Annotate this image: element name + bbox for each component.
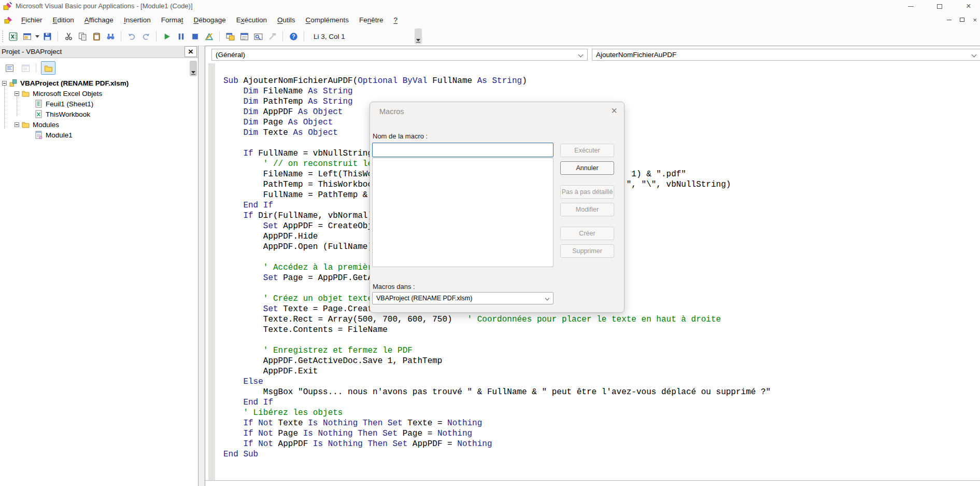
tree-item-vbaproject[interactable]: VBAProject (RENAME PDF.xlsm) bbox=[0, 78, 190, 88]
maximize-button[interactable] bbox=[928, 0, 951, 12]
object-combo[interactable]: (Général) bbox=[211, 49, 588, 61]
module-icon bbox=[34, 131, 43, 139]
menu-item-fenetre[interactable]: Fenêtre bbox=[354, 14, 389, 26]
macros-in-combo[interactable]: VBAProject (RENAME PDF.xlsm) bbox=[372, 292, 553, 304]
toolbar-separator bbox=[304, 31, 304, 41]
standard-toolbar: ?Li 3, Col 1 bbox=[0, 27, 980, 46]
toolbar-separator bbox=[58, 31, 58, 41]
toolbar-overflow-button[interactable] bbox=[415, 29, 422, 44]
code-line: Sub AjouterNomFichierAuPDF(Optional ByVa… bbox=[223, 76, 980, 86]
redo-button[interactable] bbox=[139, 30, 152, 43]
chevron-down-icon bbox=[578, 52, 584, 58]
redo-icon bbox=[141, 32, 150, 41]
toolbox-button[interactable] bbox=[266, 30, 278, 43]
pas-a-pas-detaille-button[interactable]: Pas à pas détaillé bbox=[560, 185, 614, 199]
creer-button[interactable]: Créer bbox=[560, 227, 614, 240]
menu-item-insertion[interactable]: Insertion bbox=[119, 14, 156, 26]
save-button[interactable] bbox=[41, 30, 53, 43]
supprimer-button[interactable]: Supprimer bbox=[560, 244, 614, 258]
tree-item-modules[interactable]: Modules bbox=[0, 119, 190, 130]
menu-item-edition[interactable]: Edition bbox=[48, 14, 79, 26]
menu-item-affichage[interactable]: Affichage bbox=[79, 14, 119, 26]
executer-button[interactable]: Exécuter bbox=[560, 144, 614, 157]
close-button[interactable]: × bbox=[957, 0, 980, 12]
tree-item-label: ThisWorkbook bbox=[46, 110, 90, 118]
macros-in-combo-value: VBAProject (RENAME PDF.xlsm) bbox=[376, 295, 472, 302]
project-panel-close-button[interactable]: × bbox=[184, 46, 197, 57]
chevron-down-icon[interactable] bbox=[35, 35, 39, 38]
paste-button[interactable] bbox=[90, 30, 103, 43]
tree-item-microsoft-excel-objets[interactable]: Microsoft Excel Objets bbox=[0, 88, 190, 99]
app-icon bbox=[3, 2, 12, 11]
annuler-button[interactable]: Annuler bbox=[560, 161, 614, 175]
toggle-folders-button[interactable] bbox=[41, 61, 55, 75]
tree-item-thisworkbook[interactable]: ThisWorkbook bbox=[0, 109, 190, 119]
view-excel-button[interactable] bbox=[7, 30, 19, 43]
collapse-box[interactable] bbox=[2, 81, 7, 86]
toolbar-separator bbox=[156, 31, 157, 41]
excel-icon bbox=[9, 32, 18, 41]
break-button[interactable] bbox=[175, 30, 187, 43]
project-panel-header[interactable]: Projet - VBAProject × bbox=[0, 46, 198, 58]
run-macro-button[interactable] bbox=[161, 30, 173, 43]
menu-item-debogage[interactable]: Débogage bbox=[188, 14, 231, 26]
code-line: ' Enregistrez et fermez le PDF bbox=[223, 345, 980, 356]
child-restore-icon[interactable] bbox=[960, 18, 964, 22]
window-title: Microsoft Visual Basic pour Applications… bbox=[16, 2, 193, 10]
menu-item-aide[interactable]: ? bbox=[388, 14, 403, 26]
chevron-down-icon bbox=[545, 296, 549, 300]
menu-item-format[interactable]: Format bbox=[156, 14, 189, 26]
macro-name-label: Nom de la macro : bbox=[373, 132, 428, 140]
tree-item-label: Module1 bbox=[46, 131, 73, 139]
stop-icon bbox=[191, 32, 200, 41]
code-window-bottom-border bbox=[205, 480, 980, 481]
margin-indicator-bar[interactable] bbox=[208, 63, 215, 480]
find-button[interactable] bbox=[104, 30, 117, 43]
insert-userform-button[interactable] bbox=[21, 30, 33, 43]
modifier-button[interactable]: Modifier bbox=[560, 203, 614, 216]
copy-button[interactable] bbox=[76, 30, 89, 43]
view-code-button[interactable] bbox=[4, 63, 15, 73]
menu-item-execution[interactable]: Exécution bbox=[231, 14, 272, 26]
cut-icon bbox=[64, 32, 73, 41]
child-window-controls: × bbox=[947, 12, 977, 27]
procedure-combo[interactable]: AjouterNomFichierAuPDF bbox=[592, 49, 980, 61]
help-button[interactable]: ? bbox=[287, 30, 300, 43]
macro-list[interactable] bbox=[372, 158, 553, 267]
collapse-box[interactable] bbox=[15, 122, 19, 127]
properties-window-button[interactable] bbox=[238, 30, 250, 43]
find-icon bbox=[106, 32, 115, 41]
folder-icon bbox=[21, 89, 30, 98]
menu-item-outils[interactable]: Outils bbox=[272, 14, 301, 26]
toolbar-grip[interactable] bbox=[2, 31, 4, 42]
objbrw-icon bbox=[254, 32, 263, 41]
macros-dialog-close-button[interactable]: × bbox=[611, 105, 617, 116]
form-icon bbox=[23, 32, 32, 41]
design-mode-button[interactable] bbox=[203, 30, 215, 43]
menu-item-complements[interactable]: Compléments bbox=[301, 14, 354, 26]
macro-name-input[interactable] bbox=[372, 143, 553, 157]
menu-item-fichier[interactable]: Fichier bbox=[16, 14, 48, 26]
chevron-down-icon bbox=[191, 71, 195, 74]
design-icon bbox=[205, 32, 214, 41]
child-close-icon[interactable]: × bbox=[973, 16, 977, 24]
collapse-box[interactable] bbox=[15, 91, 19, 96]
worksheet-icon bbox=[34, 100, 43, 108]
object-browser-button[interactable] bbox=[252, 30, 264, 43]
project-panel-scrollbar[interactable] bbox=[190, 61, 197, 76]
project-explorer-button[interactable] bbox=[224, 30, 236, 43]
cut-button[interactable] bbox=[62, 30, 75, 43]
toolbar-separator bbox=[282, 31, 283, 41]
project-explorer-panel: Projet - VBAProject × VBAProject (RENAME… bbox=[0, 46, 198, 486]
separator bbox=[36, 63, 36, 73]
reset-button[interactable] bbox=[189, 30, 201, 43]
child-minimize-icon[interactable] bbox=[947, 20, 951, 20]
chevron-down-icon bbox=[416, 39, 420, 41]
tree-item-feuil1[interactable]: Feuil1 (Sheet1) bbox=[0, 99, 190, 109]
tree-item-module1[interactable]: Module1 bbox=[0, 130, 190, 140]
code-line: End If bbox=[223, 397, 980, 408]
undo-button[interactable] bbox=[125, 30, 138, 43]
minimize-button[interactable] bbox=[899, 0, 922, 12]
view-object-button[interactable] bbox=[20, 63, 31, 73]
child-window-icon[interactable] bbox=[4, 16, 13, 24]
